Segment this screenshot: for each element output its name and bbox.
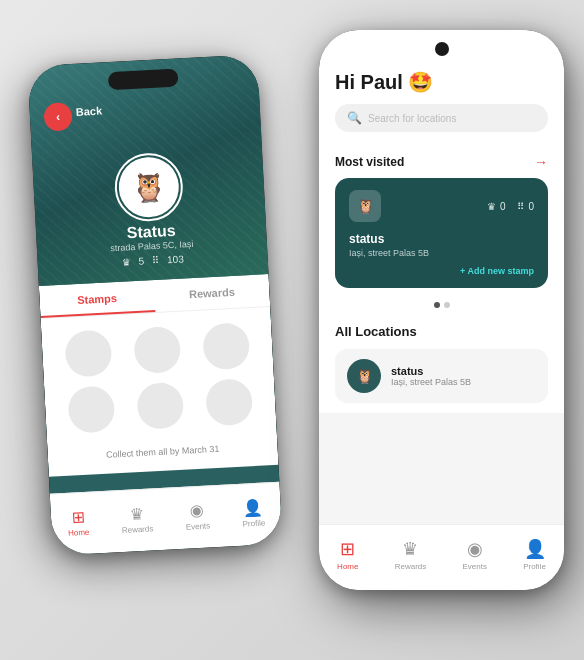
loc-name: status <box>391 365 471 377</box>
right-profile-icon: 👤 <box>524 538 546 560</box>
dot-indicator <box>319 296 564 314</box>
right-events-icon: ◉ <box>467 538 483 560</box>
right-home-label: Home <box>337 562 358 571</box>
loc-owl-icon: 🦉 <box>347 359 381 393</box>
add-stamp-row: + Add new stamp <box>349 266 534 276</box>
left-tab-bar: ⊞ Home ♛ Rewards ◉ Events 👤 Profile <box>50 482 283 556</box>
right-rewards-icon: ♛ <box>402 538 418 560</box>
stamp-circle-4 <box>67 385 115 433</box>
most-visited-header: Most visited → <box>335 154 548 170</box>
stamp-circle-2 <box>133 326 181 374</box>
profile-icon: 👤 <box>243 497 264 517</box>
dot-inactive <box>444 302 450 308</box>
left-tab-profile[interactable]: 👤 Profile <box>241 497 265 528</box>
all-locations-title: All Locations <box>335 324 548 339</box>
right-rewards-label: Rewards <box>395 562 427 571</box>
stamp-number: 5 <box>138 256 144 267</box>
hero-background: ‹ Back 🦉 Status strada Palas 5C, Iași ♛ … <box>27 54 268 286</box>
content-area: Stamps Rewards Collect them all by March… <box>39 274 279 477</box>
right-phone-notch <box>435 42 449 56</box>
card-stamp-count: ♛ 0 <box>487 201 506 212</box>
dot-active <box>434 302 440 308</box>
rewards-icon: ♛ <box>129 503 144 523</box>
right-tab-rewards[interactable]: ♛ Rewards <box>395 538 427 571</box>
right-tab-events[interactable]: ◉ Events <box>462 538 486 571</box>
right-tab-profile[interactable]: 👤 Profile <box>523 538 546 571</box>
events-icon: ◉ <box>190 500 205 520</box>
card-reward-number: 0 <box>528 201 534 212</box>
loc-addr: Iași, street Palas 5B <box>391 377 471 387</box>
logo-ring <box>113 151 184 222</box>
card-venue-name: status <box>349 232 534 246</box>
rewards-tab[interactable]: Rewards <box>154 274 271 312</box>
card-venue-addr: Iași, street Palas 5B <box>349 248 534 258</box>
search-icon: 🔍 <box>347 111 362 125</box>
events-label: Events <box>186 521 211 531</box>
most-visited-section: Most visited → 🦉 ♛ 0 ⠿ 0 <box>319 144 564 296</box>
right-phone-screen: Hi Paul 🤩 🔍 Search for locations Most vi… <box>319 30 564 590</box>
profile-label: Profile <box>242 518 265 528</box>
home-icon: ⊞ <box>71 506 85 526</box>
venue-logo: 🦉 <box>117 156 180 219</box>
rewards-label: Rewards <box>122 524 154 535</box>
right-tab-home[interactable]: ⊞ Home <box>337 538 358 571</box>
card-grid-icon: ⠿ <box>517 201 524 212</box>
all-locations-section: All Locations 🦉 status Iași, street Pala… <box>319 314 564 413</box>
stamp-circle-3 <box>202 322 250 370</box>
stamp-circle-1 <box>64 329 112 377</box>
card-reward-count: ⠿ 0 <box>517 201 534 212</box>
back-label: Back <box>75 105 102 118</box>
left-phone-screen: ‹ Back 🦉 Status strada Palas 5C, Iași ♛ … <box>27 54 282 555</box>
add-stamp-button[interactable]: + Add new stamp <box>460 266 534 276</box>
home-label: Home <box>68 527 90 537</box>
card-crown-icon: ♛ <box>487 201 496 212</box>
left-tab-events[interactable]: ◉ Events <box>184 500 210 531</box>
search-bar[interactable]: 🔍 Search for locations <box>335 104 548 132</box>
greeting-title: Hi Paul 🤩 <box>335 70 548 94</box>
stamps-tab[interactable]: Stamps <box>39 280 156 318</box>
stamps-grid <box>41 307 277 445</box>
card-stamp-number: 0 <box>500 201 506 212</box>
venue-card: 🦉 ♛ 0 ⠿ 0 status I <box>335 178 548 288</box>
location-item[interactable]: 🦉 status Iași, street Palas 5B <box>335 349 548 403</box>
right-profile-label: Profile <box>523 562 546 571</box>
left-tab-rewards[interactable]: ♛ Rewards <box>120 503 153 535</box>
grid-icon: ⠿ <box>152 255 160 266</box>
left-phone-notch <box>108 68 179 90</box>
card-owl-icon: 🦉 <box>349 190 381 222</box>
stamp-circle-5 <box>136 382 184 430</box>
scene: ‹ Back 🦉 Status strada Palas 5C, Iași ♛ … <box>0 0 584 660</box>
right-tab-bar: ⊞ Home ♛ Rewards ◉ Events 👤 Profile <box>319 524 564 590</box>
total-number: 103 <box>167 253 184 265</box>
crown-icon: ♛ <box>121 256 131 267</box>
most-visited-title: Most visited <box>335 155 404 169</box>
arrow-right-icon[interactable]: → <box>534 154 548 170</box>
right-phone: Hi Paul 🤩 🔍 Search for locations Most vi… <box>319 30 564 590</box>
right-home-icon: ⊞ <box>340 538 355 560</box>
right-events-label: Events <box>462 562 486 571</box>
card-top-row: 🦉 ♛ 0 ⠿ 0 <box>349 190 534 222</box>
left-phone: ‹ Back 🦉 Status strada Palas 5C, Iași ♛ … <box>27 54 282 555</box>
loc-info: status Iași, street Palas 5B <box>391 365 471 387</box>
search-placeholder-text: Search for locations <box>368 113 456 124</box>
card-counts: ♛ 0 ⠿ 0 <box>487 201 534 212</box>
left-tab-home[interactable]: ⊞ Home <box>67 506 90 537</box>
stamp-circle-6 <box>205 378 253 426</box>
